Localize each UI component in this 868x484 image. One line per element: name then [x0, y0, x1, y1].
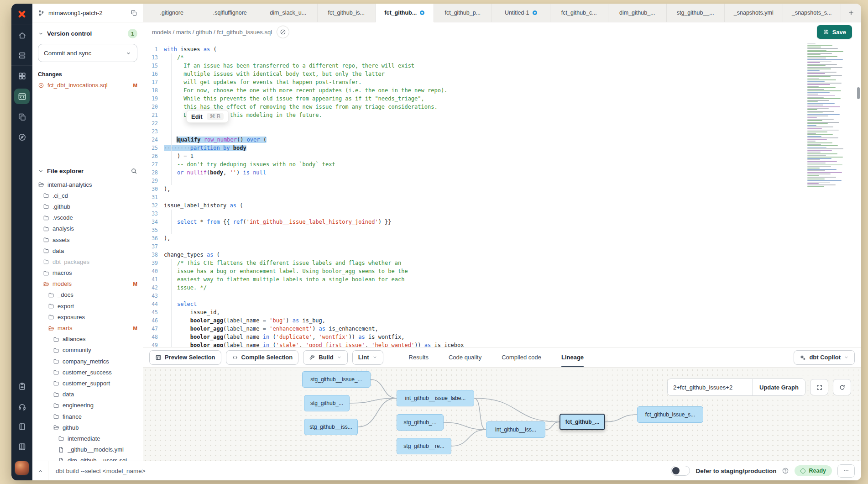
code-line-49[interactable]: 49 boolor_agg(label_name in ('stale', 'g…	[143, 341, 861, 347]
tree-item--docs[interactable]: _docs	[32, 289, 143, 300]
code-line-48[interactable]: 48 boolor_agg(label_name in ('duplicate'…	[143, 333, 861, 341]
code-line-27[interactable]: 27 -- don't try deduping issues with no …	[143, 160, 861, 168]
tree-item-exposures[interactable]: exposures	[32, 311, 143, 322]
compile-selection-button[interactable]: Compile Selection	[226, 350, 299, 365]
tree-item-data[interactable]: data	[32, 389, 143, 400]
tree-item-customer-success[interactable]: customer_success	[32, 367, 143, 378]
tab-fct-github-p-[interactable]: fct_github_p...	[434, 4, 492, 22]
tree-item-company-metrics[interactable]: company_metrics	[32, 356, 143, 367]
rail-docs-button[interactable]	[11, 416, 32, 437]
code-line-40[interactable]: 40 issue has a bug or enhancement label.…	[143, 267, 861, 275]
tab--snapshots-s-[interactable]: _snapshots_s...	[783, 4, 842, 22]
tree-item-internal-analytics[interactable]: internal-analytics	[32, 179, 143, 190]
version-control-header[interactable]: Version control 1	[38, 29, 137, 38]
tab--sqlfluffignore[interactable]: .sqlfluffignore	[201, 4, 260, 22]
lineage-node-8[interactable]: fct_github_issue_s...	[637, 406, 703, 423]
lineage-node-4[interactable]: stg_github_...	[397, 414, 444, 431]
code-line-29[interactable]: 29	[143, 177, 861, 185]
tree-item-marts[interactable]: martsM	[32, 322, 143, 333]
tree-item-community[interactable]: community	[32, 345, 143, 356]
code-line-42[interactable]: 42 issue. */	[143, 284, 861, 292]
tree-item--github-models-yml[interactable]: _github__models.yml	[32, 444, 143, 455]
rail-projects-button[interactable]	[11, 45, 32, 65]
rail-apps-button[interactable]	[11, 437, 32, 457]
tree-item-analysis[interactable]: analysis	[32, 223, 143, 234]
lineage-node-1[interactable]: stg_github_...	[304, 395, 350, 411]
rail-explore-button[interactable]	[11, 127, 32, 147]
tree-item-macros[interactable]: macros	[32, 268, 143, 279]
file-explorer-header[interactable]: File explorer	[38, 168, 137, 174]
scrollbar-thumb[interactable]	[857, 87, 860, 99]
tree-item-assets[interactable]: assets	[32, 234, 143, 245]
bottom-tab-compiled-code[interactable]: Compiled code	[502, 347, 541, 367]
code-line-45[interactable]: 45 issue_id,	[143, 308, 861, 316]
code-line-35[interactable]: 35	[143, 226, 861, 234]
tree-item--github[interactable]: .github	[32, 201, 143, 212]
defer-toggle[interactable]	[671, 466, 690, 476]
command-input[interactable]: dbt build --select <model_name>	[56, 468, 146, 474]
preview-selection-button[interactable]: Preview Selection	[149, 350, 221, 365]
code-line-22[interactable]: 22	[143, 119, 861, 127]
tab--snapshots-yml[interactable]: _snapshots.yml	[725, 4, 783, 22]
user-avatar[interactable]	[15, 461, 29, 475]
dbt-copilot-button[interactable]: dbt Copilot	[794, 350, 855, 365]
search-icon[interactable]	[131, 168, 137, 174]
copy-icon[interactable]	[131, 10, 137, 16]
tree-item-github[interactable]: github	[32, 422, 143, 433]
tab-dim-github-[interactable]: dim_github_...	[608, 4, 667, 22]
lineage-node-5[interactable]: stg_github__re...	[397, 438, 451, 454]
refresh-button[interactable]	[833, 379, 851, 395]
rail-dashboard-button[interactable]	[11, 65, 32, 86]
code-editor[interactable]: 1with issues as (13 /*15 If an issue has…	[143, 42, 861, 347]
code-line-16[interactable]: 16 multiple issues with identical body t…	[143, 70, 861, 78]
lineage-selector-input[interactable]	[668, 379, 753, 395]
code-line-24[interactable]: 24 qualify row_number() over (	[143, 136, 861, 144]
tree-item-models[interactable]: modelsM	[32, 279, 143, 289]
lineage-node-3[interactable]: int_github__issue_labe...	[397, 390, 474, 406]
new-tab-button[interactable]	[841, 4, 861, 22]
collapse-panel-button[interactable]	[32, 461, 48, 480]
tree-item-data[interactable]: data	[32, 245, 143, 256]
lineage-node-6[interactable]: int_github__iss...	[486, 421, 545, 438]
changed-file-item[interactable]: fct_dbt_invocations.sql M	[32, 80, 143, 90]
code-line-25[interactable]: 25········partition by body	[143, 144, 861, 152]
tree-item-dbt-packages[interactable]: dbt_packages	[32, 256, 143, 267]
tree-item--vscode[interactable]: .vscode	[32, 212, 143, 223]
code-line-46[interactable]: 46 boolor_agg(label_name = 'bug') as is_…	[143, 316, 861, 325]
fullscreen-button[interactable]	[810, 379, 828, 395]
code-line-26[interactable]: 26 ) = 1	[143, 152, 861, 160]
code-line-23[interactable]: 23	[143, 127, 861, 136]
code-line-28[interactable]: 28 or nullif(body, '') is null	[143, 168, 861, 177]
code-line-17[interactable]: 17 will get updates for events that happ…	[143, 78, 861, 86]
more-options-button[interactable]	[837, 464, 855, 478]
build-button[interactable]: Build	[303, 350, 348, 365]
code-line-36[interactable]: 36),	[143, 234, 861, 242]
rail-support-button[interactable]	[11, 396, 32, 416]
code-line-13[interactable]: 13 /*	[143, 53, 861, 62]
lint-button[interactable]: Lint	[352, 350, 383, 365]
git-branch-row[interactable]: mirnawong1-patch-2	[32, 4, 143, 22]
code-line-32[interactable]: 32issue_label_history as (	[143, 201, 861, 210]
code-line-18[interactable]: 18 For now, choose the one with more rec…	[143, 86, 861, 95]
tree-item-finance[interactable]: finance	[32, 411, 143, 422]
rail-ide-button[interactable]	[11, 86, 32, 107]
edit-tooltip[interactable]: Edit ⌘ B	[186, 110, 229, 123]
tree-item-dim-github-users-sql[interactable]: dim_github__users.sql	[32, 455, 143, 461]
docs-link-button[interactable]	[277, 26, 289, 38]
code-line-20[interactable]: 20 this has the effect of removing the n…	[143, 103, 861, 111]
tab-fct-github-[interactable]: fct_github...	[376, 4, 434, 22]
code-line-15[interactable]: 15 If an issue has been transferred to a…	[143, 62, 861, 70]
code-line-19[interactable]: 19 While this prevents the old issue fro…	[143, 95, 861, 103]
editor-scrollbar[interactable]	[857, 42, 860, 347]
code-line-39[interactable]: 39 /* This CTE flattens the different is…	[143, 259, 861, 267]
help-icon[interactable]	[782, 467, 789, 474]
tree-item-export[interactable]: export	[32, 300, 143, 311]
tree-item--ci-cd[interactable]: .ci_cd	[32, 190, 143, 201]
tree-item-customer-support[interactable]: customer_support	[32, 378, 143, 389]
update-graph-button[interactable]: Update Graph	[753, 379, 805, 395]
code-line-43[interactable]: 43	[143, 292, 861, 300]
code-line-30[interactable]: 30),	[143, 185, 861, 193]
tab-dim-slack-u-[interactable]: dim_slack_u...	[259, 4, 318, 22]
lineage-node-7[interactable]: fct_github_...	[559, 414, 605, 430]
dbt-logo[interactable]	[11, 4, 32, 25]
